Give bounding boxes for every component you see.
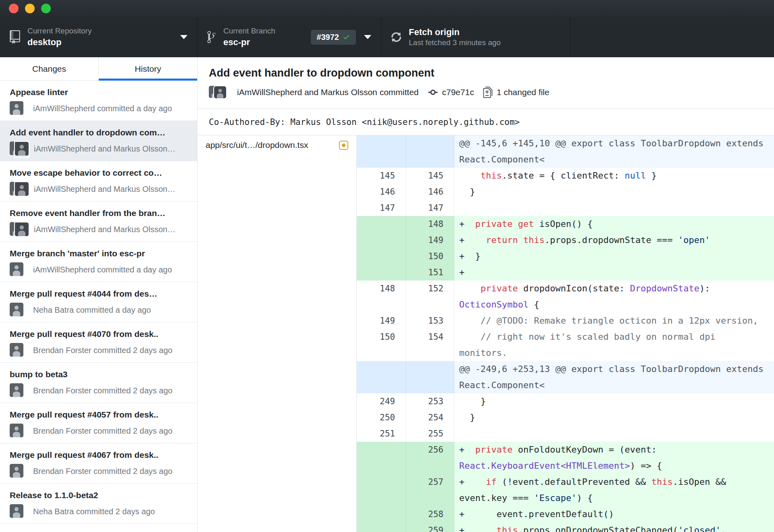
diff-line: 259+ this.props.onDropdownStateChanged('… — [357, 522, 774, 532]
commit-item-avatar — [10, 262, 28, 277]
minimize-window-button[interactable] — [25, 4, 35, 13]
commit-list-item[interactable]: Move escape behavior to correct co… iAmW… — [0, 161, 197, 202]
new-line-number: 258 — [406, 506, 454, 522]
zoom-window-button[interactable] — [41, 4, 51, 13]
commit-item-title: Merge pull request #4067 from desk.. — [10, 450, 187, 460]
new-line-number: 149 — [406, 232, 454, 248]
pull-request-badge: #3972 — [311, 30, 356, 45]
old-line-number: 250 — [357, 409, 406, 426]
commit-list-item[interactable]: Remove event handler from the bran… iAmW… — [0, 202, 197, 242]
avatar — [15, 142, 29, 156]
old-line-number — [357, 232, 406, 248]
diff-code-text: this.state = { clientRect: null } — [454, 168, 774, 184]
commit-item-meta: iAmWillShepherd and Markus Olsson… — [34, 144, 175, 154]
diff-code-text: + private onFoldoutKeyDown = (event: Rea… — [454, 442, 774, 474]
avatar — [10, 383, 23, 397]
commit-item-avatar — [10, 303, 28, 317]
commit-list-item[interactable]: Release to 1.1.0-beta2Neha Batra committ… — [0, 484, 197, 524]
pull-request-number: #3972 — [316, 33, 339, 42]
file-list-item[interactable]: app/src/ui/t…/dropdown.tsx — [198, 135, 356, 155]
diff-code-text: + private get isOpen() { — [454, 216, 774, 232]
diff-line: 250254 } — [357, 409, 774, 426]
title-bar — [0, 0, 774, 17]
git-branch-icon — [207, 30, 216, 44]
current-repository-button[interactable]: Current Repository desktop — [0, 17, 198, 57]
old-line-number — [357, 506, 406, 522]
diff-line: 150+ } — [357, 248, 774, 264]
diff-line: 257+ if (!event.defaultPrevented && this… — [357, 474, 774, 506]
old-line-number: 251 — [357, 426, 406, 442]
commit-item-avatars — [10, 182, 29, 196]
current-repository-label: Current Repository — [27, 26, 92, 36]
close-window-button[interactable] — [9, 4, 19, 13]
commit-item-meta: Brendan Forster committed 2 days ago — [33, 386, 173, 395]
diff-code-text: + this.props.onDropdownStateChanged('clo… — [454, 522, 774, 532]
commit-item-title: Appease linter — [10, 87, 187, 97]
commit-authors: iAmWillShepherd and Markus Olsson commit… — [237, 87, 419, 97]
commit-list-item[interactable]: Merge branch 'master' into esc-priAmWill… — [0, 242, 197, 282]
commit-item-title: Merge pull request #4070 from desk.. — [10, 329, 187, 339]
diff-code-text: // @TODO: Remake triangle octicon in a 1… — [454, 313, 774, 329]
new-line-number: 253 — [406, 393, 454, 409]
chevron-down-icon — [364, 35, 371, 39]
old-line-number — [357, 216, 406, 232]
commit-title: Add event handler to dropdown component — [209, 67, 763, 79]
commit-item-avatars — [10, 222, 29, 237]
commit-item-avatar — [10, 464, 28, 478]
diff-code-text: } — [454, 393, 774, 409]
avatar — [10, 101, 23, 115]
commit-list-item[interactable]: Merge pull request #4070 from desk..Bren… — [0, 322, 197, 363]
file-status-modified-icon — [339, 141, 348, 150]
diff-code-text: } — [454, 184, 774, 200]
diff-line: 249253 } — [357, 393, 774, 409]
commit-detail-pane: Add event handler to dropdown component … — [198, 57, 774, 532]
diff-line: 148+ private get isOpen() { — [357, 216, 774, 232]
old-line-number: 145 — [357, 168, 406, 184]
commit-list-item[interactable]: Merge pull request #4072 from des… — [0, 524, 197, 532]
commit-item-meta: Neha Batra committed a day ago — [33, 305, 151, 315]
diff-code-text — [454, 200, 774, 216]
diff-code-text: + event.preventDefault() — [454, 506, 774, 522]
commit-list-item[interactable]: Merge pull request #4067 from desk..Bren… — [0, 443, 197, 484]
old-line-number — [357, 248, 406, 264]
new-line-number: 256 — [406, 442, 454, 474]
commit-list-item[interactable]: Appease linteriAmWillShepherd committed … — [0, 81, 197, 121]
new-line-number: 259 — [406, 522, 454, 532]
diff-line: 251255 — [357, 426, 774, 442]
commit-list-item[interactable]: Merge pull request #4044 from des…Neha B… — [0, 282, 197, 322]
commit-item-title: Merge pull request #4044 from des… — [10, 289, 187, 299]
commit-list-item[interactable]: Add event handler to dropdown com… iAmWi… — [0, 121, 197, 161]
old-line-number: 147 — [357, 200, 406, 216]
commit-item-avatar — [10, 504, 28, 519]
old-line-number — [357, 264, 406, 281]
commit-item-meta: Brendan Forster committed 2 days ago — [33, 346, 173, 355]
commit-item-avatar — [10, 101, 28, 116]
commit-item-title: bump to beta3 — [10, 370, 187, 379]
current-branch-button[interactable]: Current Branch esc-pr #3972 — [198, 17, 381, 57]
commit-list-item[interactable]: bump to beta3Brendan Forster committed 2… — [0, 363, 197, 403]
tab-changes[interactable]: Changes — [0, 57, 98, 80]
new-line-number: 154 — [406, 329, 454, 361]
old-line-number — [357, 522, 406, 532]
fetch-origin-button[interactable]: Fetch origin Last fetched 3 minutes ago — [381, 17, 570, 57]
diff-line: 149153 // @TODO: Remake triangle octicon… — [357, 313, 774, 329]
diff-code-text: + return this.props.dropdownState === 'o… — [454, 232, 774, 248]
new-line-number: 150 — [406, 248, 454, 264]
commit-author-avatars — [209, 86, 227, 99]
old-line-number: 249 — [357, 393, 406, 409]
avatar — [10, 504, 23, 518]
changed-files-panel: app/src/ui/t…/dropdown.tsx — [198, 135, 357, 532]
diff-code-text: @@ -249,6 +253,13 @@ export class Toolba… — [454, 361, 774, 393]
tab-history[interactable]: History — [98, 57, 197, 80]
diff-line: 258+ event.preventDefault() — [357, 506, 774, 522]
commit-item-meta: iAmWillShepherd committed a day ago — [33, 265, 172, 274]
commit-history-list: Appease linteriAmWillShepherd committed … — [0, 81, 197, 532]
commit-list-item[interactable]: Merge pull request #4057 from desk..Bren… — [0, 403, 197, 443]
commit-item-avatars — [10, 141, 29, 156]
old-line-number — [357, 361, 406, 393]
diff-code-text: // right now it's scaled badly on normal… — [454, 329, 774, 361]
fetch-origin-label: Fetch origin — [409, 27, 501, 38]
diff-code-text: + } — [454, 248, 774, 264]
new-line-number: 145 — [406, 168, 454, 184]
file-path: app/src/ui/t…/dropdown.tsx — [206, 140, 339, 150]
